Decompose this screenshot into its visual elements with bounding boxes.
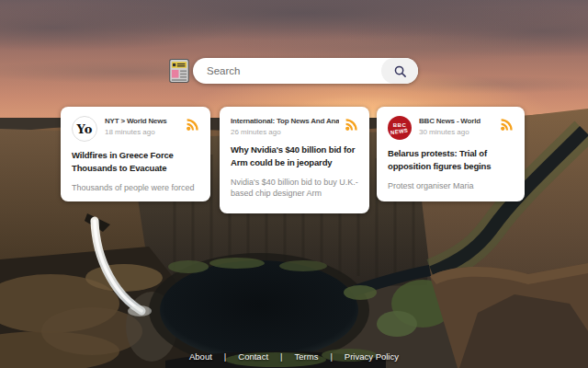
footer-link-about[interactable]: About <box>189 351 212 362</box>
timestamp: 26 minutes ago <box>231 128 339 136</box>
feed-source: BBC News - World <box>419 117 494 125</box>
timestamp: 18 minutes ago <box>105 128 180 136</box>
source-column: BBC News - World 30 minutes ago <box>419 116 494 136</box>
card-header: BBC NEWS BBC News - World 30 minutes ago <box>388 116 514 140</box>
footer-separator: | <box>330 351 332 362</box>
news-card-nyt[interactable]: Yo NYT > World News 18 minutes ago Wildf… <box>61 107 210 201</box>
bbc-logo: BBC NEWS <box>388 116 412 140</box>
rss-icon[interactable] <box>186 118 199 132</box>
footer-link-terms[interactable]: Terms <box>295 351 319 362</box>
article-title[interactable]: Belarus protests: Trial of opposition fi… <box>388 147 514 173</box>
footer-link-contact[interactable]: Contact <box>238 351 268 362</box>
nyt-logo: Yo <box>72 116 97 142</box>
search-pill <box>193 58 418 84</box>
article-description: Thousands of people were forced <box>72 182 199 194</box>
timestamp: 30 minutes ago <box>419 128 494 136</box>
footer-separator: | <box>224 351 226 362</box>
card-header: International: Top News And Anal... 26 m… <box>231 116 358 136</box>
rss-icon[interactable] <box>500 118 514 132</box>
footer-separator: | <box>280 351 282 362</box>
search-button[interactable] <box>381 58 418 84</box>
footer: About | Contact | Terms | Privacy Policy <box>0 351 588 362</box>
source-column: International: Top News And Anal... 26 m… <box>231 116 339 136</box>
feed-source: International: Top News And Anal... <box>231 117 339 125</box>
feed-source: NYT > World News <box>105 117 180 125</box>
search-bar <box>169 58 418 84</box>
article-title[interactable]: Wildfires in Greece Force Thousands to E… <box>72 149 199 175</box>
new-tab-page: Yo NYT > World News 18 minutes ago Wildf… <box>0 0 588 368</box>
article-description: Protest organiser Maria <box>388 180 514 192</box>
nyt-logo-text: Yo <box>77 123 93 135</box>
news-card-bbc[interactable]: BBC NEWS BBC News - World 30 minutes ago… <box>377 107 525 201</box>
rss-icon[interactable] <box>345 118 358 132</box>
footer-link-privacy-policy[interactable]: Privacy Policy <box>345 351 399 362</box>
news-card-international[interactable]: International: Top News And Anal... 26 m… <box>220 107 369 213</box>
magnifier-icon <box>393 64 407 78</box>
article-title[interactable]: Why Nvidia's $40 billion bid for Arm cou… <box>231 144 358 169</box>
card-header: Yo NYT > World News 18 minutes ago <box>72 116 199 142</box>
bbc-logo-line2: NEWS <box>390 127 409 134</box>
bbc-logo-line1: BBC <box>393 122 407 128</box>
newspaper-icon <box>169 59 189 83</box>
article-description: Nvidia's $40 billion bid to buy U.K.-bas… <box>231 177 358 200</box>
source-column: NYT > World News 18 minutes ago <box>105 116 180 136</box>
